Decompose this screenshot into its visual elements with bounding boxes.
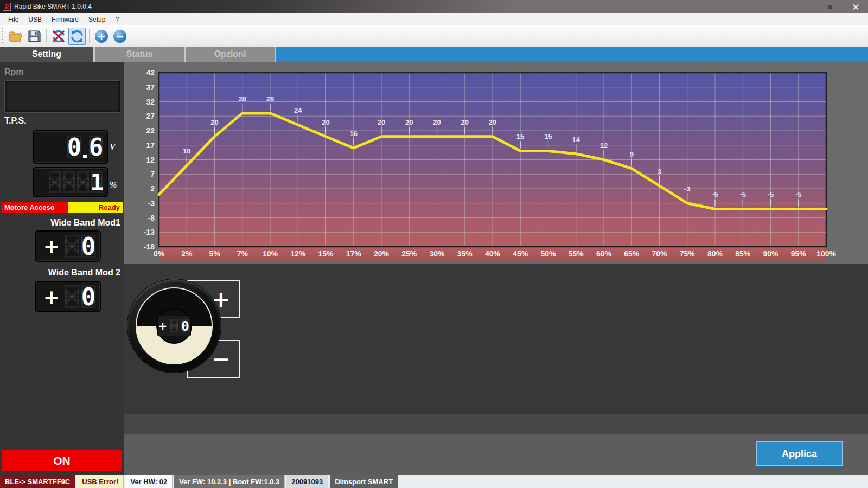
svg-text:17: 17 [146, 141, 155, 150]
status-segment: BLE-> SMARTFF9C [0, 475, 75, 488]
tps-map-chart[interactable]: 1020282824201620202020201515141293-3-5-5… [124, 62, 868, 264]
sidebar: Rpm T.P.S. 0 6 V 1 % Motore Acceso Ready… [0, 62, 124, 475]
svg-text:28: 28 [239, 95, 246, 103]
svg-text:27: 27 [146, 112, 155, 120]
menu-setup[interactable]: Setup [84, 13, 110, 25]
tab-setting[interactable]: Setting [0, 47, 93, 62]
menu-file[interactable]: File [0, 13, 23, 25]
svg-text:28: 28 [266, 95, 274, 103]
tab-opzioni[interactable]: Opzioni [186, 47, 275, 62]
menu-help[interactable]: ? [110, 13, 124, 25]
svg-text:80%: 80% [707, 249, 723, 258]
add-circle-icon: + [95, 30, 108, 43]
apply-button[interactable]: Applica [755, 441, 844, 467]
wide-band-1-sign: + [43, 235, 60, 258]
sync-icon [69, 29, 85, 44]
sync-button[interactable] [68, 28, 86, 45]
spacer-band [124, 414, 868, 434]
svg-text:32: 32 [146, 98, 155, 106]
svg-text:20%: 20% [374, 249, 390, 258]
save-icon [28, 30, 41, 43]
tps-percent-display: 1 [33, 167, 108, 197]
toolbar-separator [132, 29, 132, 43]
svg-text:30%: 30% [429, 249, 445, 258]
usb-disconnect-button[interactable] [50, 28, 67, 45]
status-segment: 20091093 [286, 475, 328, 488]
status-segment: Ver HW: 02 [125, 475, 172, 488]
power-on-button[interactable]: ON [2, 450, 122, 471]
svg-text:35%: 35% [457, 249, 473, 258]
status-segment: Dimsport SMART [330, 475, 398, 488]
svg-text:12: 12 [146, 156, 155, 164]
open-folder-icon [9, 30, 23, 43]
svg-text:14: 14 [572, 136, 580, 144]
increase-button[interactable]: + [93, 28, 110, 45]
status-segment: USB Error! [77, 475, 123, 488]
decimal-point [83, 155, 87, 158]
svg-text:24: 24 [294, 106, 302, 114]
svg-text:90%: 90% [763, 249, 778, 258]
svg-text:16: 16 [350, 130, 358, 138]
svg-text:95%: 95% [791, 249, 807, 258]
tps-label: T.P.S. [4, 116, 27, 126]
svg-text:50%: 50% [540, 249, 556, 258]
tab-status[interactable]: Status [95, 47, 184, 62]
dial-panel: + − + 0 [124, 264, 868, 414]
svg-text:3: 3 [658, 168, 661, 176]
remove-circle-icon: − [113, 30, 126, 43]
svg-text:20: 20 [405, 118, 413, 126]
minimize-button[interactable] [793, 0, 818, 13]
svg-text:10: 10 [183, 147, 190, 155]
engine-status-label: Motore Acceso [1, 202, 68, 213]
svg-text:10%: 10% [263, 249, 278, 258]
menu-firmware[interactable]: Firmware [47, 13, 84, 25]
svg-text:17%: 17% [346, 249, 362, 258]
open-file-button[interactable] [7, 28, 24, 45]
svg-text:2%: 2% [181, 249, 193, 258]
svg-text:5%: 5% [209, 249, 220, 258]
restore-button[interactable] [818, 0, 843, 13]
wide-band-1-display: + 0 [35, 230, 101, 262]
title-bar: R Rapid Bike SMART 1.0.0.4 [0, 0, 868, 13]
tab-bar: Setting Status Opzioni [0, 47, 868, 62]
usb-disconnect-icon [51, 29, 66, 44]
svg-text:65%: 65% [624, 249, 640, 258]
svg-text:20: 20 [322, 118, 329, 126]
minimize-icon [803, 7, 809, 7]
svg-text:60%: 60% [596, 249, 612, 258]
wide-band-2-sign: + [43, 286, 60, 308]
svg-text:7%: 7% [237, 249, 248, 258]
tps-percent-value: 1 [90, 170, 104, 194]
svg-text:42: 42 [146, 68, 155, 77]
engine-status-bar: Motore Acceso Ready [1, 202, 123, 213]
save-button[interactable] [25, 28, 43, 45]
toolbar-separator [46, 29, 47, 43]
knob-ring: + 0 [136, 287, 213, 364]
svg-text:45%: 45% [513, 249, 528, 258]
decrease-button[interactable]: − [111, 28, 129, 45]
knob-center: + 0 [157, 309, 191, 343]
svg-text:0%: 0% [154, 249, 165, 258]
main-panel: 1020282824201620202020201515141293-3-5-5… [124, 62, 868, 475]
menu-usb[interactable]: USB [23, 13, 47, 25]
svg-text:-5: -5 [795, 190, 802, 198]
bottom-bar: Applica [124, 434, 868, 475]
restore-icon [828, 4, 833, 9]
toolbar-grip[interactable] [2, 28, 3, 44]
tps-voltage-frac: 6 [88, 134, 104, 159]
svg-text:70%: 70% [652, 249, 667, 258]
svg-text:40%: 40% [485, 249, 501, 258]
close-button[interactable] [843, 0, 868, 13]
dial-sign: + [158, 319, 168, 332]
status-bar: BLE-> SMARTFF9CUSB Error!Ver HW: 02Ver F… [0, 475, 868, 488]
svg-text:22: 22 [146, 126, 155, 135]
app-logo-icon: R [3, 3, 11, 11]
adjustment-knob[interactable]: + 0 [127, 279, 221, 373]
svg-text:20: 20 [378, 118, 385, 126]
svg-text:20: 20 [210, 118, 218, 126]
svg-text:-5: -5 [768, 190, 774, 198]
tps-map-chart-svg: 1020282824201620202020201515141293-3-5-5… [124, 62, 868, 264]
svg-text:55%: 55% [569, 249, 584, 258]
toolbar-separator [89, 29, 90, 43]
wide-band-2-label: Wide Band Mod 2 [0, 268, 120, 278]
